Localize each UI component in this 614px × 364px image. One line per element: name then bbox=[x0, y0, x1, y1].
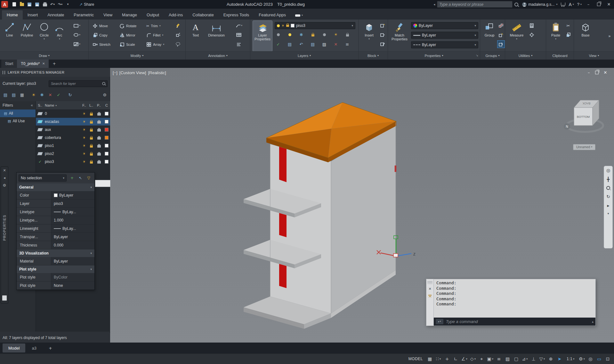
command-customize-icon[interactable] bbox=[428, 294, 432, 298]
filters-collapse-icon[interactable]: « bbox=[31, 103, 33, 107]
quick-calc-button[interactable] bbox=[528, 22, 535, 29]
plot-icon[interactable] bbox=[97, 153, 101, 156]
panel-title-groups[interactable]: Groups bbox=[480, 51, 505, 60]
explode-tool-button[interactable] bbox=[174, 31, 182, 38]
autocad-logo[interactable]: A bbox=[1, 1, 8, 8]
erase-tool-button[interactable] bbox=[174, 22, 182, 29]
lock-icon[interactable] bbox=[90, 129, 93, 132]
isodraft-toggle[interactable] bbox=[469, 354, 477, 364]
lock-icon[interactable] bbox=[90, 161, 93, 164]
dimension-button[interactable]: Dimension bbox=[205, 21, 228, 37]
selection-cycling-toggle[interactable] bbox=[512, 354, 521, 364]
refresh-button[interactable] bbox=[67, 91, 74, 98]
line-button[interactable]: Line bbox=[2, 21, 17, 37]
layer-row-0[interactable]: 0 bbox=[36, 110, 110, 118]
transparency-toggle[interactable] bbox=[503, 354, 512, 364]
layer-manager-titlebar[interactable]: LAYER PROPERTIES MANAGER bbox=[0, 68, 110, 77]
new-group-filter-button[interactable] bbox=[10, 91, 17, 98]
column-lock[interactable]: L.. bbox=[88, 103, 95, 107]
prop-row-layer[interactable]: Layer piso3 bbox=[17, 199, 94, 208]
layer-states-manager-button[interactable] bbox=[19, 91, 26, 98]
tab-parametric[interactable]: Parametric bbox=[69, 10, 99, 20]
scale-button[interactable]: Scale bbox=[119, 41, 135, 48]
panel-title-block[interactable]: Block bbox=[359, 51, 388, 60]
layer-search[interactable] bbox=[49, 80, 108, 87]
snap-mode-toggle[interactable] bbox=[434, 354, 443, 364]
section-3d-visualization[interactable]: 3D Visualization bbox=[17, 249, 94, 257]
rectangle-tool-button[interactable] bbox=[70, 22, 83, 29]
selection-mode-toggle[interactable] bbox=[555, 354, 564, 364]
properties-settings-icon[interactable] bbox=[3, 183, 6, 187]
panel-title-view[interactable]: View bbox=[574, 51, 614, 60]
document-tab-close-icon[interactable] bbox=[42, 62, 45, 65]
polyline-button[interactable]: Polyline bbox=[19, 21, 35, 37]
panel-title-draw[interactable]: Draw bbox=[0, 51, 88, 60]
gizmo-toggle[interactable] bbox=[546, 354, 555, 364]
color-swatch[interactable] bbox=[105, 120, 109, 124]
stretch-button[interactable]: Stretch bbox=[93, 41, 110, 48]
account-button[interactable]: madalena.g.s... bbox=[520, 0, 559, 9]
search-button[interactable] bbox=[513, 0, 520, 9]
freeze-icon[interactable] bbox=[83, 128, 86, 132]
lock-icon[interactable] bbox=[90, 137, 93, 140]
prop-row-plot-style-2[interactable]: Plot style None bbox=[17, 281, 94, 290]
viewport-close-icon[interactable] bbox=[604, 70, 607, 75]
pan-button[interactable] bbox=[607, 177, 610, 182]
color-swatch[interactable] bbox=[105, 152, 109, 156]
show-motion-button[interactable] bbox=[607, 203, 609, 208]
select-objects-button[interactable] bbox=[77, 174, 84, 182]
autodesk-apps-button[interactable]: A bbox=[567, 0, 575, 9]
trim-button[interactable]: Trim bbox=[146, 22, 161, 30]
full-navigation-wheel-button[interactable] bbox=[606, 168, 610, 173]
prop-row-material[interactable]: Material ByLayer bbox=[17, 257, 94, 265]
ribbon-overflow-button[interactable] bbox=[606, 32, 613, 39]
panel-title-utilities[interactable]: Utilities bbox=[505, 51, 546, 60]
layer-row-aux[interactable]: aux bbox=[36, 126, 110, 134]
redo-button[interactable] bbox=[56, 0, 64, 9]
cut-button[interactable] bbox=[565, 22, 572, 29]
viewport-view-control[interactable]: [Custom View] bbox=[119, 70, 146, 75]
grid-toggle[interactable] bbox=[425, 354, 434, 364]
command-tools-badge[interactable] bbox=[436, 319, 443, 324]
toggle-pickadd-button[interactable] bbox=[69, 174, 76, 182]
prop-row-thickness[interactable]: Thickness 0.000 bbox=[17, 241, 94, 249]
lock-icon[interactable] bbox=[90, 113, 93, 116]
panel-title-clipboard[interactable]: Clipboard bbox=[546, 51, 574, 60]
file-tab-document[interactable]: T0_prédio* bbox=[17, 60, 49, 68]
ellipse-tool-button[interactable] bbox=[70, 31, 83, 38]
color-swatch[interactable] bbox=[105, 112, 109, 116]
model-stair-stripe-1[interactable] bbox=[279, 147, 287, 182]
copy-clip-button[interactable] bbox=[565, 31, 572, 38]
new-layer-button[interactable] bbox=[30, 91, 37, 98]
paste-button[interactable]: Paste bbox=[547, 21, 564, 40]
tab-add-ins[interactable]: Add-ins bbox=[164, 10, 188, 20]
layer-delete-button[interactable] bbox=[332, 41, 339, 48]
view-cube[interactable]: N BACK BOTTOM bbox=[564, 100, 603, 132]
lasso-tool-button[interactable] bbox=[174, 41, 182, 48]
orbit-button[interactable] bbox=[606, 194, 610, 199]
undo-button[interactable] bbox=[49, 0, 56, 9]
filter-all-used[interactable]: All Use bbox=[0, 117, 36, 125]
save-as-button[interactable] bbox=[33, 0, 41, 9]
ortho-toggle[interactable] bbox=[451, 354, 460, 364]
open-file-button[interactable] bbox=[18, 0, 26, 9]
freeze-icon[interactable] bbox=[83, 120, 86, 124]
tab-collaborate[interactable]: Collaborate bbox=[188, 10, 219, 20]
prop-row-lineweight[interactable]: Lineweight ByLay... bbox=[17, 224, 94, 233]
save-button[interactable] bbox=[26, 0, 33, 9]
group-edit-button[interactable] bbox=[497, 31, 505, 38]
leader-tool-button[interactable] bbox=[232, 22, 245, 29]
fillet-button[interactable]: Fillet bbox=[146, 31, 163, 39]
command-grip-icon[interactable] bbox=[427, 281, 432, 284]
minimize-button[interactable] bbox=[583, 0, 594, 9]
qat-customize-button[interactable] bbox=[64, 0, 72, 9]
tab-manage[interactable]: Manage bbox=[117, 10, 142, 20]
isolate-objects-button[interactable] bbox=[586, 354, 595, 364]
circle-button[interactable]: Circle bbox=[36, 21, 52, 40]
dynamic-input-toggle[interactable] bbox=[443, 354, 451, 364]
layer-lock-button[interactable] bbox=[309, 31, 316, 38]
notes-icon[interactable] bbox=[2, 295, 7, 301]
viewport-minimize-icon[interactable] bbox=[588, 70, 590, 75]
layer-search-input[interactable] bbox=[49, 80, 108, 87]
lock-icon[interactable] bbox=[90, 121, 93, 124]
